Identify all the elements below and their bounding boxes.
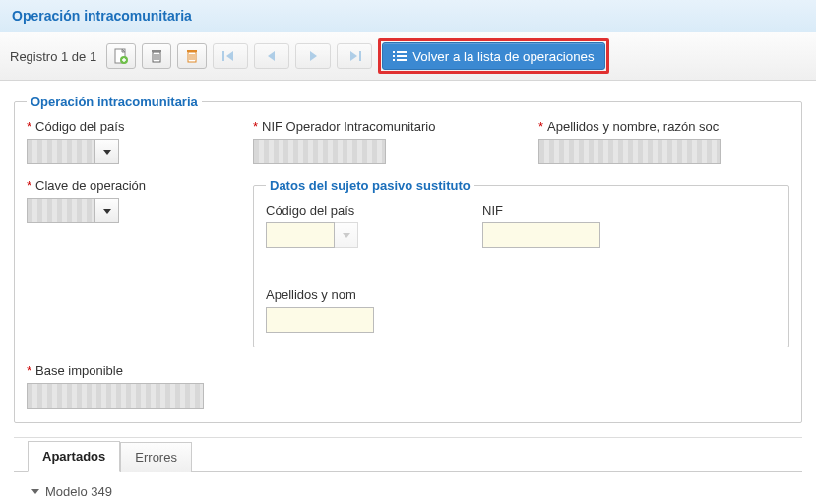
fieldset-sustituto-legend: Datos del sujeto pasivo sustituto xyxy=(266,178,474,193)
caret-down-icon xyxy=(103,150,111,155)
required-marker: * xyxy=(27,363,31,378)
tree-root-modelo349[interactable]: Modelo 349 xyxy=(31,481,785,502)
svg-rect-13 xyxy=(359,51,361,61)
list-icon xyxy=(393,50,407,62)
required-marker: * xyxy=(27,119,31,134)
required-marker: * xyxy=(27,178,31,193)
label-apellidos: Apellidos y nombre, razón soc xyxy=(547,119,719,134)
nav-prev-button[interactable] xyxy=(254,43,289,69)
apellidos-input[interactable] xyxy=(538,139,721,164)
tree-view: Modelo 349 1. Declarante y resumen de la… xyxy=(14,472,802,504)
nav-next-button[interactable] xyxy=(295,43,331,69)
codigo-pais-input[interactable] xyxy=(27,139,95,164)
trash-orange-icon xyxy=(185,48,199,64)
fieldset-operacion-legend: Operación intracomunitaria xyxy=(27,94,202,109)
label-sust-codigo-pais: Código del país xyxy=(266,203,354,218)
nif-operador-input[interactable] xyxy=(253,139,386,164)
svg-rect-12 xyxy=(222,51,224,61)
first-icon xyxy=(221,50,239,62)
page-plus-icon xyxy=(114,48,128,64)
base-imponible-input[interactable] xyxy=(27,383,204,409)
label-base-imponible: Base imponible xyxy=(35,363,123,378)
label-codigo-pais: Código del país xyxy=(35,119,124,134)
caret-down-icon xyxy=(31,489,39,494)
required-marker: * xyxy=(253,119,258,134)
label-nif-operador: NIF Operador Intracomunitario xyxy=(262,119,435,134)
label-sust-nif: NIF xyxy=(482,203,503,218)
delete-button[interactable] xyxy=(142,43,171,69)
svg-rect-18 xyxy=(393,59,395,61)
label-sust-apellidos: Apellidos y nom xyxy=(266,287,356,302)
caret-down-icon xyxy=(343,233,350,238)
svg-rect-19 xyxy=(397,59,407,61)
tabstrip: Apartados Errores xyxy=(14,438,802,472)
toolbar: Registro 1 de 1 Volver a la lista de ope… xyxy=(0,32,816,81)
volver-lista-button[interactable]: Volver a la lista de operaciones xyxy=(382,42,605,70)
sust-codigo-pais-input xyxy=(266,222,335,248)
trash-icon xyxy=(150,48,163,64)
caret-down-icon xyxy=(103,209,111,214)
fieldset-operacion: Operación intracomunitaria *Código del p… xyxy=(14,94,802,423)
bottom-panel: Apartados Errores Modelo 349 1. Declaran… xyxy=(14,437,802,504)
svg-rect-14 xyxy=(393,51,395,53)
svg-rect-8 xyxy=(187,50,197,52)
sust-nif-input xyxy=(482,222,600,248)
tree-root-label: Modelo 349 xyxy=(45,484,112,499)
required-marker: * xyxy=(538,119,543,134)
record-indicator: Registro 1 de 1 xyxy=(10,49,96,64)
next-icon xyxy=(306,50,320,62)
page-title: Operación intracomunitaria xyxy=(12,8,804,24)
volver-label: Volver a la lista de operaciones xyxy=(412,49,595,64)
codigo-pais-dropdown[interactable] xyxy=(95,139,119,164)
page-header: Operación intracomunitaria xyxy=(0,0,816,32)
nav-last-button[interactable] xyxy=(337,43,372,69)
label-clave-operacion: Clave de operación xyxy=(35,178,146,193)
svg-rect-17 xyxy=(397,55,407,57)
clave-operacion-dropdown[interactable] xyxy=(95,198,119,223)
clave-operacion-input[interactable] xyxy=(27,198,95,223)
last-icon xyxy=(345,50,363,62)
tab-apartados[interactable]: Apartados xyxy=(28,441,120,472)
sust-codigo-pais-dropdown xyxy=(335,222,358,248)
nav-first-button[interactable] xyxy=(213,43,248,69)
svg-rect-16 xyxy=(393,55,395,57)
volver-highlight: Volver a la lista de operaciones xyxy=(378,38,609,74)
sust-apellidos-input xyxy=(266,307,374,333)
svg-rect-15 xyxy=(397,51,407,53)
prev-icon xyxy=(265,50,279,62)
tab-errores[interactable]: Errores xyxy=(120,442,192,472)
new-record-button[interactable] xyxy=(106,43,136,69)
fieldset-sustituto: Datos del sujeto pasivo sustituto Código… xyxy=(253,178,789,347)
delete-warn-button[interactable] xyxy=(177,43,207,69)
svg-rect-3 xyxy=(152,50,161,52)
